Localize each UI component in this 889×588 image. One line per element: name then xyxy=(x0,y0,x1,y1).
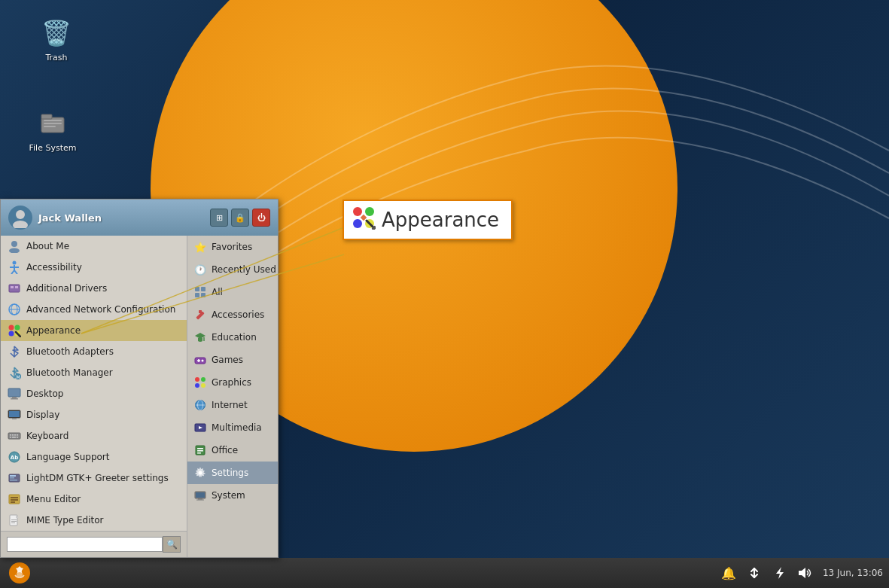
menu-header: Jack Wallen ⊞ 🔒 ⏻ xyxy=(1,200,278,236)
svg-rect-24 xyxy=(11,286,14,288)
cat-item-office[interactable]: Office xyxy=(187,439,278,462)
app-item-language-support[interactable]: Ab Language Support xyxy=(1,446,187,468)
cat-icon-system xyxy=(193,489,207,502)
app-icon-display xyxy=(7,407,22,422)
search-input[interactable] xyxy=(7,537,163,552)
network-icon[interactable] xyxy=(746,565,763,581)
app-icon-menu-editor xyxy=(7,492,22,507)
cat-icon-settings xyxy=(193,466,207,480)
trash-icon[interactable]: 🗑️ Trash xyxy=(26,15,87,62)
power-flash-icon[interactable] xyxy=(772,565,788,581)
svg-rect-45 xyxy=(14,434,16,436)
svg-rect-90 xyxy=(196,492,205,498)
cat-label-recently-used: Recently Used xyxy=(212,264,276,275)
appearance-tooltip: Appearance xyxy=(343,200,513,240)
app-icon-desktop xyxy=(7,386,22,401)
svg-rect-25 xyxy=(15,286,18,288)
svg-rect-92 xyxy=(196,500,204,501)
cat-label-all: All xyxy=(212,287,223,297)
svg-rect-65 xyxy=(201,287,206,291)
svg-rect-62 xyxy=(11,521,17,522)
app-label-accessibility: Accessibility xyxy=(26,262,82,273)
svg-rect-42 xyxy=(8,433,20,439)
menu-power-button[interactable]: ⏻ xyxy=(252,209,270,227)
svg-point-14 xyxy=(16,210,25,219)
cat-label-multimedia: Multimedia xyxy=(212,422,262,433)
apps-panel: About Me Accessibility xyxy=(1,236,187,557)
app-icon-advanced-network xyxy=(7,302,22,317)
cat-item-settings[interactable]: Settings xyxy=(187,462,278,484)
cat-label-internet: Internet xyxy=(212,400,248,410)
cat-item-multimedia[interactable]: Multimedia xyxy=(187,416,278,439)
app-icon-bluetooth-adapters xyxy=(7,344,22,359)
menu-lock-button[interactable]: 🔒 xyxy=(231,209,249,227)
app-item-desktop[interactable]: Desktop xyxy=(1,383,187,404)
trash-icon-label: Trash xyxy=(45,53,67,62)
app-item-appearance[interactable]: Appearance xyxy=(1,320,187,341)
app-icon-about-me xyxy=(7,239,22,254)
app-item-keyboard[interactable]: Keyboard xyxy=(1,425,187,446)
cat-icon-recently-used: 🕐 xyxy=(193,263,207,276)
cat-label-system: System xyxy=(212,490,245,501)
svg-rect-4 xyxy=(44,126,56,127)
app-label-menu-editor: Menu Editor xyxy=(26,494,81,504)
user-avatar xyxy=(8,206,32,230)
menu-header-buttons: ⊞ 🔒 ⏻ xyxy=(210,209,270,227)
svg-point-74 xyxy=(202,360,204,362)
svg-point-29 xyxy=(9,325,14,331)
taskbar: 🔔 xyxy=(0,558,889,588)
menu-layout-button[interactable]: ⊞ xyxy=(210,209,228,227)
app-icon-appearance xyxy=(7,323,22,338)
cat-item-internet[interactable]: Internet xyxy=(187,394,278,416)
app-item-lightdm[interactable]: LightDM GTK+ Greeter settings xyxy=(1,468,187,489)
app-item-mime-type[interactable]: MIME Type Editor xyxy=(1,510,187,531)
app-item-accessibility[interactable]: Accessibility xyxy=(1,257,187,278)
menu-panel: Jack Wallen ⊞ 🔒 ⏻ xyxy=(0,199,279,558)
filesystem-icon[interactable]: File System xyxy=(23,105,83,153)
app-label-additional-drivers: Additional Drivers xyxy=(26,283,107,294)
app-item-bluetooth-manager[interactable]: M Bluetooth Manager xyxy=(1,362,187,383)
app-item-bluetooth-adapters[interactable]: Bluetooth Adapters xyxy=(1,341,187,362)
volume-icon[interactable] xyxy=(797,565,814,581)
app-item-menu-editor[interactable]: Menu Editor xyxy=(1,489,187,510)
svg-rect-46 xyxy=(17,434,18,436)
cat-label-office: Office xyxy=(212,445,238,455)
svg-rect-55 xyxy=(10,480,17,481)
cat-item-all[interactable]: All xyxy=(187,281,278,303)
cat-item-games[interactable]: Games xyxy=(187,349,278,371)
app-icon-additional-drivers xyxy=(7,281,22,296)
cat-item-favorites[interactable]: ⭐ Favorites xyxy=(187,236,278,258)
start-button[interactable] xyxy=(6,562,33,584)
svg-point-16 xyxy=(11,241,17,247)
svg-rect-66 xyxy=(195,293,199,297)
bell-icon[interactable]: 🔔 xyxy=(720,565,737,581)
cat-item-accessories[interactable]: Accessories xyxy=(187,303,278,326)
app-label-language-support: Language Support xyxy=(26,452,109,462)
app-label-about-me: About Me xyxy=(26,241,69,251)
app-item-display[interactable]: Display xyxy=(1,404,187,425)
cat-item-education[interactable]: Education xyxy=(187,326,278,349)
cat-label-favorites: Favorites xyxy=(212,242,252,252)
cat-icon-graphics xyxy=(193,376,207,389)
apps-list[interactable]: About Me Accessibility xyxy=(1,236,187,531)
svg-point-30 xyxy=(15,325,20,331)
taskbar-left xyxy=(6,562,33,584)
trash-icon-image: 🗑️ xyxy=(38,15,75,51)
app-icon-bluetooth-manager: M xyxy=(7,365,22,380)
svg-rect-2 xyxy=(44,120,62,121)
app-item-about-me[interactable]: About Me xyxy=(1,236,187,257)
cat-item-recently-used[interactable]: 🕐 Recently Used xyxy=(187,258,278,281)
svg-rect-44 xyxy=(12,434,14,436)
svg-rect-1 xyxy=(41,114,52,119)
app-item-additional-drivers[interactable]: Additional Drivers xyxy=(1,278,187,299)
cat-icon-education xyxy=(193,331,207,344)
app-label-mime-type: MIME Type Editor xyxy=(26,515,104,526)
cat-item-graphics[interactable]: Graphics xyxy=(187,371,278,394)
user-name: Jack Wallen xyxy=(38,212,102,224)
app-item-advanced-network[interactable]: Advanced Network Configuration xyxy=(1,299,187,320)
app-label-keyboard: Keyboard xyxy=(26,431,69,441)
taskbar-right: 🔔 xyxy=(720,565,883,581)
cat-label-settings: Settings xyxy=(212,468,248,478)
search-button[interactable]: 🔍 xyxy=(163,536,181,553)
cat-item-system[interactable]: System xyxy=(187,484,278,507)
